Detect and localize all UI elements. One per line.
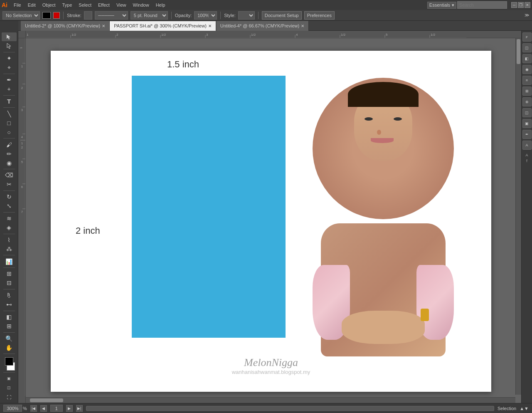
add-anchor-tool[interactable]: +	[2, 85, 17, 94]
blob-brush-tool[interactable]: ◉	[2, 158, 17, 167]
zoom-tool[interactable]: 🔍	[2, 334, 17, 343]
menu-effect[interactable]: Effect	[95, 2, 113, 8]
selection-tool[interactable]	[2, 32, 17, 41]
panel-appearance[interactable]: ◉	[522, 65, 532, 74]
stroke-color-swatch[interactable]	[53, 12, 60, 19]
divider-1	[63, 12, 64, 19]
eraser-tool[interactable]: ⌫	[2, 171, 17, 180]
panel-opentype[interactable]: f	[526, 159, 527, 163]
panel-stroke[interactable]: ◫	[522, 43, 532, 52]
brush-size-select[interactable]: 5 pt. Round	[131, 11, 168, 20]
column-graph-tool[interactable]: 📊	[2, 257, 17, 266]
preferences-button[interactable]: Preferences	[304, 11, 335, 20]
svg-text:1/2: 1/2	[71, 33, 76, 37]
svg-text:7: 7	[21, 210, 23, 213]
tab-untitled2[interactable]: Untitled-2* @ 100% (CMYK/Preview) ✕	[21, 21, 110, 31]
nav-arrows[interactable]: ▲▼	[520, 406, 529, 411]
panel-transform[interactable]: ⊠	[522, 87, 532, 96]
canvas-scroll-area[interactable]: 1.5 inch 2 inch	[26, 38, 521, 403]
panel-layers[interactable]: ◫	[522, 108, 532, 117]
canvas-area: 1 1/2 2 1/2 3 1/2 4 1/2 5	[18, 31, 521, 403]
panel-align[interactable]: ≡	[522, 76, 532, 85]
panel-char[interactable]: A	[522, 141, 532, 150]
mesh-tool[interactable]: ⊞	[2, 322, 17, 331]
screen-mode[interactable]: ⛶	[2, 393, 17, 401]
artboard-tool[interactable]: ⊞	[2, 270, 17, 278]
rotate-tool[interactable]: ↻	[2, 193, 17, 201]
panel-toggle-icon[interactable]: ≫	[525, 12, 530, 18]
draw-mode-behind[interactable]: ◫	[2, 383, 17, 392]
opacity-select[interactable]: 100%	[194, 11, 217, 20]
restore-button[interactable]: ❐	[518, 2, 524, 8]
paintbrush-tool[interactable]: 🖌	[2, 140, 17, 149]
document-setup-button[interactable]: Document Setup	[262, 11, 302, 20]
scrollbar-thumb-v[interactable]	[517, 39, 520, 64]
scissors-tool[interactable]: ✂	[2, 180, 17, 189]
scrollbar-vertical[interactable]	[515, 38, 521, 395]
magic-wand-tool[interactable]: ✦	[2, 54, 17, 63]
panel-swatches[interactable]: ▣	[522, 119, 532, 128]
dimension-label-horizontal: 1.5 inch	[167, 59, 199, 70]
menu-window[interactable]: Window	[130, 2, 152, 8]
zoom-input[interactable]: 300%	[3, 405, 22, 412]
lasso-tool[interactable]: ⌖	[2, 63, 17, 72]
nav-prev[interactable]: ◀	[40, 405, 47, 412]
close-button[interactable]: ✕	[525, 2, 530, 8]
pencil-tool[interactable]: ✏	[2, 149, 17, 158]
symbol-sprayer-tool[interactable]: ⁂	[2, 245, 17, 253]
workspace-selector[interactable]: Essentials ▾	[427, 2, 456, 9]
panel-color[interactable]: F	[522, 32, 532, 42]
tab-passport[interactable]: PASSPORT SH.ai* @ 300% (CMYK/Preview) ✕	[110, 21, 216, 31]
style-select[interactable]	[238, 11, 255, 20]
direct-selection-tool[interactable]	[2, 42, 17, 50]
foreground-swatch[interactable]	[5, 357, 13, 366]
line-tool[interactable]: ╲	[2, 109, 17, 118]
divider-4	[258, 12, 259, 19]
warp-tool[interactable]: ≋	[2, 214, 17, 223]
blend-tool[interactable]: ⌇	[2, 235, 17, 244]
tab-close-untitled2[interactable]: ✕	[102, 24, 105, 28]
type-tool[interactable]: T	[2, 97, 17, 106]
menu-file[interactable]: File	[11, 2, 24, 8]
tab-close-passport[interactable]: ✕	[208, 24, 212, 28]
panel-pathfinder[interactable]: ⊕	[522, 97, 532, 106]
menu-type[interactable]: Type	[59, 2, 75, 8]
selection-dropdown[interactable]: No Selection	[2, 11, 40, 20]
menu-view[interactable]: View	[113, 2, 129, 8]
stroke-width-input[interactable]	[84, 11, 92, 20]
svg-text:3: 3	[21, 109, 23, 111]
minimize-button[interactable]: ─	[511, 2, 517, 8]
page-input[interactable]: 1	[50, 405, 63, 412]
eyedropper-tool[interactable]: 🖁	[2, 291, 17, 300]
hand-tool[interactable]: ✋	[2, 343, 17, 352]
menu-object[interactable]: Object	[39, 2, 59, 8]
fill-color-swatch[interactable]	[42, 12, 51, 19]
gradient-tool[interactable]: ◧	[2, 313, 17, 321]
pen-tool[interactable]: ✒	[2, 76, 17, 84]
panel-brushes[interactable]: ✒	[522, 130, 532, 139]
tab-close-untitled4[interactable]: ✕	[301, 24, 304, 28]
menu-select[interactable]: Select	[76, 2, 94, 8]
slice-tool[interactable]: ⊟	[2, 279, 17, 287]
ellipse-tool[interactable]: ○	[2, 128, 17, 136]
panel-type-char[interactable]: A	[525, 153, 528, 157]
scrollbar-thumb-h[interactable]	[30, 398, 63, 402]
rect-tool[interactable]: □	[2, 119, 17, 127]
free-distort-tool[interactable]: ◈	[2, 223, 17, 232]
status-scrollbar[interactable]	[86, 406, 494, 411]
scrollbar-horizontal[interactable]	[26, 397, 515, 403]
draw-mode-normal[interactable]: ▣	[2, 374, 17, 383]
blue-rectangle[interactable]	[132, 76, 286, 338]
panel-gradient[interactable]: ◧	[522, 54, 532, 63]
menu-edit[interactable]: Edit	[25, 2, 39, 8]
nav-next[interactable]: ▶	[66, 405, 73, 412]
menu-help[interactable]: Help	[153, 2, 168, 8]
search-input[interactable]	[457, 1, 507, 9]
right-panels: F ◫ ◧ ◉ ≡ ⊠ ⊕ ◫ ▣ ✒ A A f	[521, 31, 532, 403]
nav-first[interactable]: |◀	[30, 405, 37, 412]
stroke-style-select[interactable]: ─────	[95, 11, 128, 20]
nav-last[interactable]: ▶|	[76, 405, 83, 412]
measure-tool[interactable]: ⊷	[2, 300, 17, 309]
tab-untitled4[interactable]: Untitled-4* @ 66.67% (CMYK/Preview) ✕	[216, 21, 309, 31]
scale-tool[interactable]: ⤡	[2, 202, 17, 210]
